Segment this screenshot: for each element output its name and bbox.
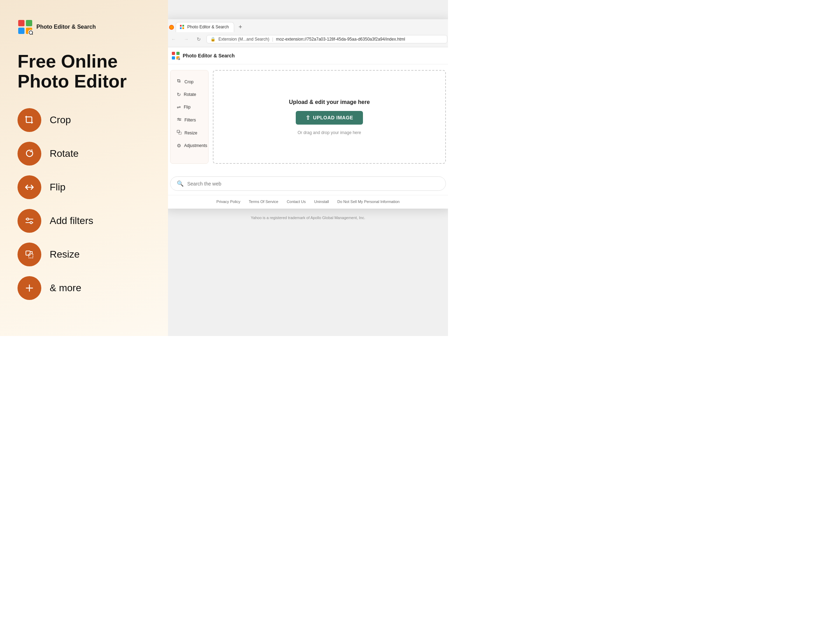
tool-resize[interactable]: Resize — [173, 127, 205, 139]
resize-label: Resize — [50, 249, 80, 260]
hero-title: Free Online Photo Editor — [17, 51, 150, 92]
svg-point-29 — [178, 118, 179, 119]
brand-icon — [17, 19, 33, 35]
feature-list: Crop Rotate Flip — [17, 108, 150, 300]
upload-area[interactable]: Upload & edit your image here ⇧ UPLOAD I… — [213, 70, 446, 164]
footer-do-not-sell[interactable]: Do Not Sell My Personal Information — [337, 199, 400, 204]
tool-flip-icon: ⇌ — [177, 104, 181, 110]
svg-point-7 — [27, 218, 29, 220]
svg-rect-22 — [172, 52, 175, 55]
filters-icon-circle — [17, 209, 41, 233]
tab-label: Photo Editor & Search — [187, 25, 229, 29]
tool-adjustments[interactable]: ⚙ Adjustments — [173, 140, 205, 151]
svg-rect-23 — [177, 52, 180, 55]
feature-more[interactable]: & more — [17, 276, 150, 300]
app-header-name: Photo Editor & Search — [183, 53, 235, 58]
brand-name: Photo Editor & Search — [36, 24, 96, 30]
address-divider: | — [272, 37, 273, 42]
svg-line-6 — [32, 34, 33, 35]
tools-sidebar: Crop ↻ Rotate ⇌ Flip — [170, 70, 208, 164]
svg-rect-13 — [26, 251, 30, 255]
svg-rect-2 — [18, 28, 25, 34]
upload-button-label: UPLOAD IMAGE — [313, 115, 353, 120]
resize-icon-circle — [17, 243, 41, 266]
yahoo-trademark: Yahoo is a registered trademark of Apoll… — [168, 216, 448, 220]
crop-label: Crop — [50, 114, 71, 126]
svg-rect-19 — [182, 25, 184, 27]
security-icon: 🔒 — [210, 37, 216, 42]
firefox-icon — [169, 25, 174, 30]
search-input[interactable] — [187, 181, 439, 186]
active-tab[interactable]: Photo Editor & Search — [176, 22, 234, 32]
new-tab-button[interactable]: + — [235, 22, 245, 32]
svg-rect-14 — [29, 254, 33, 258]
crop-icon-circle — [17, 108, 41, 132]
right-panel: Photo Editor & Search + ← → ↻ 🔒 Extensio… — [168, 0, 448, 336]
svg-rect-1 — [26, 20, 32, 26]
refresh-button[interactable]: ↻ — [194, 34, 204, 44]
feature-filters[interactable]: Add filters — [17, 209, 150, 233]
browser-chrome: Photo Editor & Search + ← → ↻ 🔒 Extensio… — [168, 19, 448, 47]
feature-rotate[interactable]: Rotate — [17, 142, 150, 166]
tool-flip-label: Flip — [184, 105, 190, 109]
upload-hint: Or drag and drop your image here — [297, 130, 361, 135]
filters-label: Add filters — [50, 215, 93, 226]
tool-crop-icon — [177, 79, 182, 85]
address-input[interactable]: 🔒 Extension (M...and Search) | moz-exten… — [207, 35, 447, 43]
flip-label: Flip — [50, 182, 65, 193]
feature-flip[interactable]: Flip — [17, 175, 150, 199]
tab-bar: Photo Editor & Search + — [168, 19, 448, 32]
svg-rect-36 — [179, 132, 181, 134]
tool-rotate-icon: ↻ — [177, 92, 181, 97]
search-section: 🔍 — [168, 169, 448, 195]
tool-crop[interactable]: Crop — [173, 76, 205, 87]
svg-line-28 — [180, 60, 180, 60]
tool-flip[interactable]: ⇌ Flip — [173, 101, 205, 113]
tool-resize-icon — [177, 130, 182, 136]
tool-rotate[interactable]: ↻ Rotate — [173, 89, 205, 100]
svg-rect-20 — [180, 27, 182, 29]
flip-icon-circle — [17, 175, 41, 199]
app-header-icon — [172, 51, 180, 60]
footer-terms[interactable]: Terms Of Service — [249, 199, 278, 204]
brand-logo: Photo Editor & Search — [17, 19, 150, 35]
forward-button[interactable]: → — [181, 34, 191, 44]
tool-crop-label: Crop — [185, 79, 194, 84]
tool-filters[interactable]: Filters — [173, 114, 205, 126]
left-panel: Photo Editor & Search Free Online Photo … — [0, 0, 168, 336]
tool-filters-icon — [177, 117, 182, 123]
rotate-label: Rotate — [50, 148, 79, 159]
address-bar-row: ← → ↻ 🔒 Extension (M...and Search) | moz… — [168, 32, 448, 47]
more-label: & more — [50, 283, 81, 294]
svg-rect-0 — [18, 20, 25, 26]
browser-content: Photo Editor & Search — [168, 47, 448, 208]
tool-rotate-label: Rotate — [184, 92, 196, 97]
back-button[interactable]: ← — [169, 34, 178, 44]
app-header: Photo Editor & Search — [168, 47, 448, 65]
footer-privacy[interactable]: Privacy Policy — [216, 199, 240, 204]
tool-resize-label: Resize — [185, 131, 197, 136]
address-url: moz-extension://752a7a03-128f-45da-95aa-… — [276, 37, 405, 42]
browser-window: Photo Editor & Search + ← → ↻ 🔒 Extensio… — [168, 19, 448, 208]
feature-crop[interactable]: Crop — [17, 108, 150, 132]
svg-rect-18 — [180, 25, 182, 27]
tool-filters-label: Filters — [185, 118, 196, 123]
svg-rect-35 — [177, 130, 180, 133]
upload-icon: ⇧ — [306, 114, 311, 121]
search-icon: 🔍 — [177, 180, 184, 187]
footer-uninstall[interactable]: Uninstall — [314, 199, 329, 204]
tool-adjustments-label: Adjustments — [184, 143, 207, 148]
feature-resize[interactable]: Resize — [17, 243, 150, 266]
footer-contact[interactable]: Contact Us — [287, 199, 306, 204]
tab-favicon-icon — [180, 25, 185, 29]
upload-image-button[interactable]: ⇧ UPLOAD IMAGE — [296, 111, 363, 125]
tool-adjustments-icon: ⚙ — [177, 143, 181, 148]
svg-rect-21 — [182, 27, 184, 29]
svg-rect-24 — [172, 56, 175, 60]
upload-title: Upload & edit your image here — [289, 99, 369, 105]
rotate-icon-circle — [17, 142, 41, 166]
svg-point-30 — [180, 120, 181, 121]
address-segment: Extension (M...and Search) — [218, 37, 269, 42]
search-bar[interactable]: 🔍 — [170, 177, 446, 191]
more-icon-circle — [17, 276, 41, 300]
